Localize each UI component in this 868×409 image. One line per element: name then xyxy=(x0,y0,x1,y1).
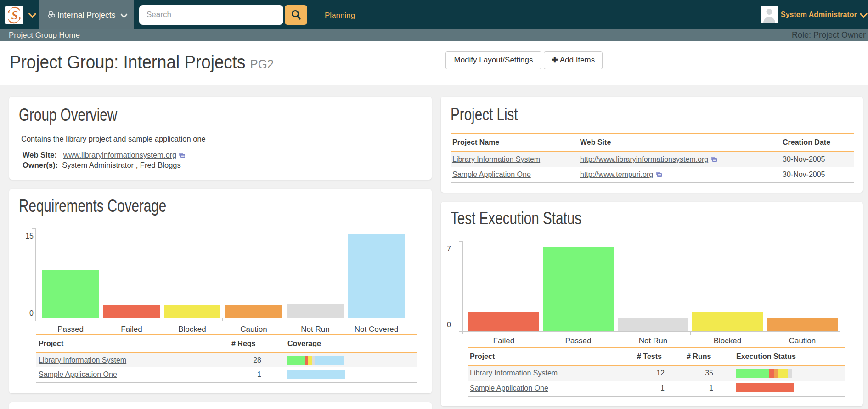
svg-text:S: S xyxy=(11,9,18,22)
